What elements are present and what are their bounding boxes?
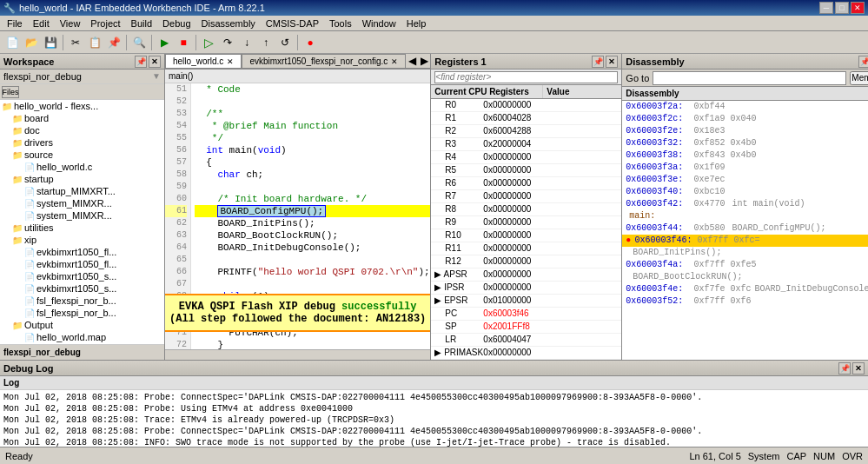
memory-button[interactable]: Memory [850, 71, 868, 85]
reg-r11[interactable]: R110x00000000 [431, 242, 621, 255]
editor-scroll-right[interactable]: ▶ [418, 54, 430, 68]
tree-drivers[interactable]: 📁 drivers [0, 136, 164, 149]
reg-r8[interactable]: R80x00000000 [431, 203, 621, 216]
menu-project[interactable]: Project [85, 17, 125, 30]
reg-r3[interactable]: R30x20000004 [431, 138, 621, 151]
registers-pin[interactable]: 📌 [592, 56, 604, 68]
register-filter[interactable] [431, 70, 621, 85]
disasm-line-12: 0x60003f4e: 0xf7fe 0xfcBOARD_InitDebugCo… [622, 283, 868, 295]
menu-disassembly[interactable]: Disassembly [196, 17, 261, 30]
log-entry-1: Mon Jul 02, 2018 08:25:08: Probe: Connec… [3, 392, 865, 403]
debug-log-close[interactable]: ✕ [852, 362, 865, 375]
tree-xip[interactable]: 📁 xip [0, 234, 164, 246]
workspace-close[interactable]: ✕ [149, 56, 161, 68]
reg-col-name: Current CPU Registers [431, 85, 543, 98]
workspace-pin[interactable]: 📌 [135, 56, 147, 68]
close-button[interactable]: ✕ [851, 2, 865, 14]
tree-source[interactable]: 📁 source [0, 149, 164, 161]
disassembly-content: 0x60003f2a: 0xbf44 0x60003f2c: 0xf1a9 0x… [622, 101, 868, 360]
code-editor[interactable]: 5152535455 5657585960 61 6263646566 6768… [165, 83, 430, 349]
goto-input[interactable] [653, 71, 846, 85]
register-filter-input[interactable] [434, 71, 618, 83]
copy-button[interactable]: 📋 [86, 34, 103, 51]
tree-fsl-2[interactable]: 📄 fsl_flexspi_nor_b... [0, 307, 164, 319]
menu-view[interactable]: View [55, 17, 86, 30]
title-bar: 🔧 hello_world - IAR Embedded Workbench I… [0, 0, 868, 16]
editor-scroll-left[interactable]: ◀ [406, 54, 418, 68]
workspace-title: Workspace [3, 56, 55, 67]
save-button[interactable]: 💾 [42, 34, 59, 51]
menu-cmsis[interactable]: CMSIS-DAP [261, 17, 324, 30]
tree-evk-4[interactable]: 📄 evkbimxrt1050_s... [0, 282, 164, 295]
minimize-button[interactable]: ─ [819, 2, 833, 14]
breadcrumb: main() [169, 71, 193, 81]
menu-help[interactable]: Help [401, 17, 432, 30]
reg-r5[interactable]: R50x00000000 [431, 164, 621, 177]
tree-board[interactable]: 📁 board [0, 112, 164, 124]
debug-log-pin[interactable]: 📌 [838, 362, 851, 375]
reg-ipsr[interactable]: ▶ IPSR0x00000000 [431, 282, 621, 295]
menu-file[interactable]: File [2, 17, 28, 30]
reg-r1[interactable]: R10x60004028 [431, 112, 621, 125]
menu-debug[interactable]: Debug [157, 17, 195, 30]
registers-header: Registers 1 📌 ✕ [431, 54, 621, 70]
tree-hello-c[interactable]: 📄 hello_world.c [0, 161, 164, 173]
reg-primask[interactable]: ▶ PRIMASK0x00000000 [431, 347, 621, 360]
open-button[interactable]: 📂 [23, 34, 40, 51]
app-icon: 🔧 [3, 3, 16, 14]
reg-r6[interactable]: R60x00000000 [431, 177, 621, 190]
reg-r12[interactable]: R120x00000000 [431, 255, 621, 268]
tree-utilities[interactable]: 📁 utilities [0, 222, 164, 234]
tree-startup[interactable]: 📁 startup [0, 173, 164, 185]
reg-lr[interactable]: LR0x60004047 [431, 334, 621, 347]
reg-r9[interactable]: R90x00000000 [431, 216, 621, 229]
debug-step-over[interactable]: ↷ [219, 34, 236, 51]
tree-system-1[interactable]: 📄 system_MIMXR... [0, 197, 164, 209]
paste-button[interactable]: 📌 [105, 34, 123, 51]
debug-step-out[interactable]: ↑ [257, 34, 275, 51]
debug-go-button[interactable]: ▷ [200, 34, 217, 51]
tree-output[interactable]: 📁 Output [0, 319, 164, 331]
reg-r4[interactable]: R40x00000000 [431, 151, 621, 164]
menu-edit[interactable]: Edit [28, 17, 55, 30]
registers-close[interactable]: ✕ [606, 56, 618, 68]
debug-reset[interactable]: ↺ [276, 34, 294, 51]
tree-map[interactable]: 📄 hello_world.map [0, 331, 164, 343]
ws-files-tab[interactable]: Files [2, 86, 19, 98]
debug-step-into[interactable]: ↓ [238, 34, 255, 51]
tab-close-hello[interactable]: ✕ [227, 57, 234, 66]
tree-evk-2[interactable]: 📄 evkbimxrt1050_fl... [0, 258, 164, 270]
reg-sp[interactable]: SP0x2001FFf8 [431, 321, 621, 334]
file-tree: 📁 hello_world - flexs... 📁 board 📁 doc 📁… [0, 100, 164, 344]
tree-fsl-1[interactable]: 📄 fsl_flexspi_nor_b... [0, 295, 164, 307]
tree-system-2[interactable]: 📄 system_MIMXR... [0, 209, 164, 222]
tab-close-flexspi[interactable]: ✕ [391, 57, 398, 66]
disasm-pin[interactable]: 📌 [858, 56, 868, 68]
find-button[interactable]: 🔍 [130, 34, 148, 51]
tree-doc[interactable]: 📁 doc [0, 124, 164, 136]
reg-apsr[interactable]: ▶ APSR0x00000000 [431, 268, 621, 282]
tree-startup-1[interactable]: 📄 startup_MIMXRT... [0, 185, 164, 197]
new-button[interactable]: 📄 [3, 34, 21, 51]
tree-root[interactable]: 📁 hello_world - flexs... [0, 100, 164, 112]
maximize-button[interactable]: □ [835, 2, 849, 14]
tree-evk-3[interactable]: 📄 evkbimxrt1050_s... [0, 270, 164, 282]
build-button[interactable]: ▶ [156, 34, 173, 51]
reg-epsr[interactable]: ▶ EPSR0x01000000 [431, 295, 621, 308]
tab-hello-world[interactable]: hello_world.c ✕ [165, 54, 242, 68]
reg-r10[interactable]: R100x00000000 [431, 229, 621, 242]
reg-r2[interactable]: R20x60004288 [431, 125, 621, 138]
menu-tools[interactable]: Tools [324, 17, 357, 30]
breakpoint-button[interactable]: ● [301, 34, 319, 51]
cut-button[interactable]: ✂ [67, 34, 84, 51]
tree-evk-1[interactable]: 📄 evkbimxrt1050_fl... [0, 246, 164, 258]
reg-r7[interactable]: R70x00000000 [431, 190, 621, 203]
registers-panel: Registers 1 📌 ✕ Current CPU Registers Va… [431, 54, 622, 360]
reg-pc[interactable]: PC0x60003f46 [431, 308, 621, 321]
reg-r0[interactable]: R00x00000000 [431, 99, 621, 112]
tab-flexspi[interactable]: evkbimxrt1050_flexspi_nor_config.c ✕ [242, 54, 406, 68]
menu-build[interactable]: Build [126, 17, 157, 30]
stop-button[interactable]: ■ [175, 34, 192, 51]
editor-scrollbar-h[interactable] [165, 349, 430, 360]
menu-window[interactable]: Window [357, 17, 401, 30]
